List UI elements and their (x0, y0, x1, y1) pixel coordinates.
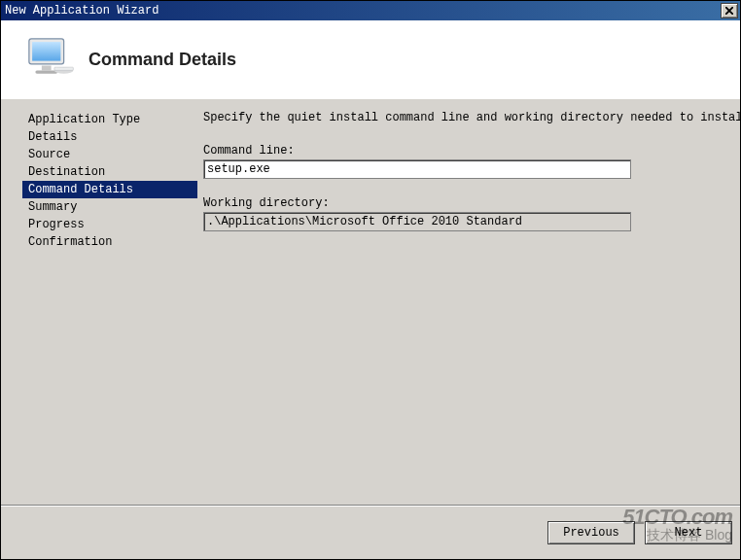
command-line-group: Command line: (203, 144, 741, 179)
sidebar-item-details[interactable]: Details (22, 128, 197, 146)
close-icon (725, 7, 733, 15)
wizard-sidebar: Application Type Details Source Destinat… (1, 99, 197, 505)
sidebar-item-progress[interactable]: Progress (22, 216, 197, 233)
svg-rect-1 (32, 42, 60, 61)
close-button[interactable] (721, 3, 738, 18)
sidebar-item-application-type[interactable]: Application Type (22, 111, 197, 128)
computer-monitor-icon (20, 30, 79, 88)
working-directory-label: Working directory: (203, 196, 741, 210)
previous-button[interactable]: Previous (547, 521, 635, 544)
wizard-content: Application Type Details Source Destinat… (1, 98, 740, 505)
page-heading: Command Details (88, 50, 236, 70)
titlebar: New Application Wizard (1, 1, 740, 20)
command-line-input[interactable] (203, 159, 631, 179)
working-directory-input[interactable] (203, 212, 631, 231)
working-directory-group: Working directory: (203, 196, 741, 231)
svg-rect-6 (54, 67, 74, 70)
next-button[interactable]: Next (645, 521, 732, 544)
instruction-text: Specify the quiet install command line a… (203, 111, 741, 124)
main-panel: Specify the quiet install command line a… (197, 99, 741, 505)
svg-rect-2 (42, 66, 52, 71)
sidebar-item-destination[interactable]: Destination (22, 163, 197, 181)
sidebar-item-source[interactable]: Source (22, 146, 197, 163)
sidebar-item-confirmation[interactable]: Confirmation (22, 233, 197, 251)
wizard-footer: Previous Next (1, 505, 740, 559)
window-title: New Application Wizard (5, 4, 159, 18)
wizard-header: Command Details (1, 20, 740, 98)
sidebar-item-summary[interactable]: Summary (22, 198, 197, 216)
window-body: Command Details Application Type Details… (1, 20, 740, 559)
command-line-label: Command line: (203, 144, 741, 158)
sidebar-item-command-details[interactable]: Command Details (22, 181, 197, 198)
